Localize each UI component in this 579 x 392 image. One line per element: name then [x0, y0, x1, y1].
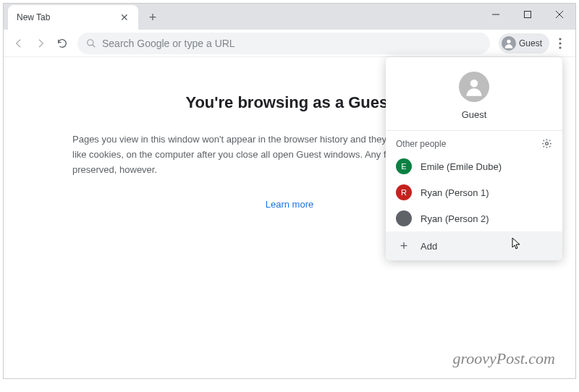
svg-point-7 [559, 38, 561, 40]
add-person-button[interactable]: + Add [386, 231, 562, 260]
guest-avatar-icon [502, 36, 516, 51]
person-avatar-icon [396, 210, 412, 226]
gear-icon[interactable] [541, 138, 552, 149]
plus-icon: + [396, 238, 412, 254]
watermark: groovyPost.com [452, 349, 555, 368]
profile-chip[interactable]: Guest [499, 33, 549, 54]
svg-point-4 [88, 39, 93, 45]
person-label: Emile (Emile Dube) [420, 161, 502, 172]
person-avatar-icon: R [396, 184, 412, 200]
reload-button[interactable] [51, 33, 73, 54]
browser-window: New Tab ✕ + [3, 3, 576, 379]
svg-point-6 [507, 39, 510, 43]
maximize-button[interactable] [512, 4, 544, 25]
forward-button[interactable] [30, 33, 51, 54]
person-avatar-icon: E [396, 158, 412, 174]
omnibox[interactable]: Search Google or type a URL [77, 33, 490, 54]
popup-section-header: Other people [386, 131, 562, 153]
close-tab-icon[interactable]: ✕ [119, 12, 130, 22]
search-icon [86, 38, 96, 48]
close-window-button[interactable] [544, 4, 575, 25]
minimize-button[interactable] [480, 4, 512, 25]
people-list: EEmile (Emile Dube)RRyan (Person 1)Ryan … [386, 153, 562, 231]
profile-popup: Guest Other people EEmile (Emile Dube)RR… [386, 57, 562, 260]
person-label: Ryan (Person 1) [420, 187, 489, 198]
svg-rect-1 [525, 12, 531, 18]
popup-current-profile: Guest [462, 109, 487, 120]
omnibox-placeholder: Search Google or type a URL [102, 38, 235, 49]
svg-line-5 [93, 44, 96, 47]
tab-title: New Tab [17, 12, 119, 22]
titlebar: New Tab ✕ + [4, 4, 575, 30]
svg-point-8 [559, 42, 561, 44]
person-label: Ryan (Person 2) [420, 213, 489, 224]
guest-avatar-large-icon [459, 72, 489, 102]
svg-point-10 [470, 80, 478, 88]
other-people-label: Other people [396, 139, 446, 149]
kebab-menu-button[interactable] [549, 33, 571, 54]
cursor-icon [512, 237, 522, 250]
person-row[interactable]: RRyan (Person 1) [386, 179, 562, 205]
popup-header: Guest [386, 57, 562, 130]
toolbar: Search Google or type a URL Guest [4, 30, 575, 57]
profile-chip-label: Guest [519, 38, 542, 48]
person-row[interactable]: EEmile (Emile Dube) [386, 153, 562, 179]
person-row[interactable]: Ryan (Person 2) [386, 205, 562, 231]
add-label: Add [420, 241, 437, 252]
svg-point-11 [546, 142, 549, 145]
window-controls [480, 4, 575, 25]
new-tab-button[interactable]: + [143, 7, 163, 27]
browser-tab[interactable]: New Tab ✕ [8, 5, 138, 30]
back-button[interactable] [8, 33, 30, 54]
svg-point-9 [559, 46, 561, 48]
